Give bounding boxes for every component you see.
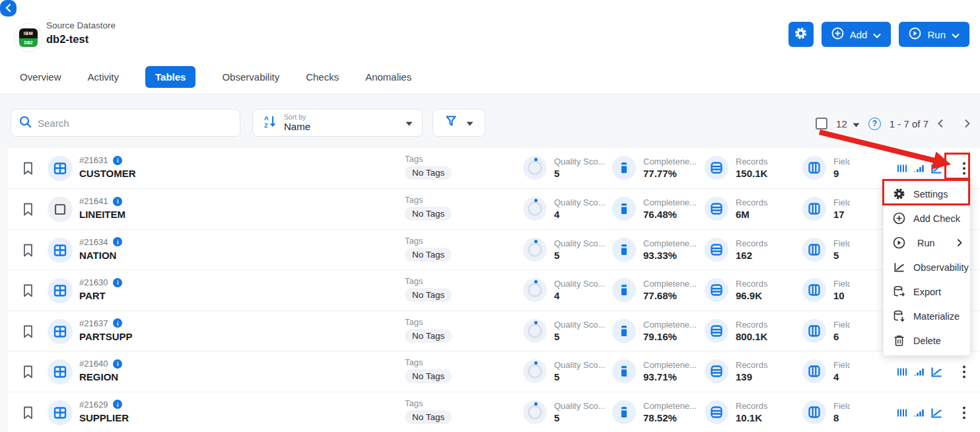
info-icon[interactable]: i — [113, 359, 122, 369]
table-name[interactable]: NATION — [79, 250, 122, 261]
info-icon[interactable]: i — [113, 318, 122, 328]
more-menu-icon[interactable] — [958, 406, 971, 420]
table-row: #21641 i LINEITEM Tags No Tags Quality S… — [8, 188, 980, 229]
info-icon[interactable]: i — [113, 278, 122, 287]
line-chart-icon[interactable] — [930, 406, 943, 420]
records-value: 96.9K — [736, 291, 767, 301]
completeness-value: 79.16% — [643, 332, 697, 342]
caret-down-icon — [466, 117, 473, 129]
info-icon[interactable]: i — [113, 156, 122, 165]
bar-chart-icon[interactable] — [913, 365, 926, 379]
settings-button[interactable] — [788, 22, 814, 47]
menu-item-materialize[interactable]: Materialize — [884, 304, 970, 328]
tab-checks[interactable]: Checks — [306, 71, 339, 83]
records-label: Records — [736, 360, 767, 371]
filter-dropdown[interactable] — [433, 109, 485, 137]
sort-value: Name — [284, 121, 398, 132]
bar-chart-icon[interactable] — [913, 406, 926, 420]
sort-dropdown[interactable]: AZ Sort by Name — [252, 109, 423, 137]
plus-circle-icon — [831, 27, 844, 42]
info-icon[interactable]: i — [113, 400, 122, 409]
bookmark-icon[interactable] — [23, 284, 33, 300]
menu-item-export[interactable]: Export — [884, 279, 970, 304]
bookmark-icon[interactable] — [23, 244, 33, 260]
chevron-down-icon — [873, 29, 881, 40]
menu-item-add-check[interactable]: Add Check — [884, 206, 970, 231]
fields-label: Fields — [833, 157, 850, 167]
add-button[interactable]: Add — [822, 22, 892, 47]
line-chart-icon[interactable] — [930, 365, 943, 379]
svg-text:A: A — [264, 114, 269, 122]
tab-overview[interactable]: Overview — [20, 71, 61, 83]
filter-funnel-icon — [444, 115, 458, 131]
page-size-value: 12 — [836, 118, 847, 129]
tab-anomalies[interactable]: Anomalies — [365, 71, 411, 83]
select-all-checkbox[interactable] — [816, 118, 827, 129]
menu-item-observability[interactable]: Observability — [884, 255, 970, 279]
quality-score-value: 4 — [554, 291, 605, 301]
page-size-dropdown[interactable]: 12 — [836, 118, 860, 129]
info-icon[interactable]: i — [113, 237, 122, 246]
table-id: #21641 — [79, 196, 108, 206]
quality-score-ring — [523, 319, 547, 343]
table-name[interactable]: REGION — [79, 371, 122, 382]
menu-item-delete[interactable]: Delete — [884, 328, 970, 353]
info-icon[interactable]: i — [113, 197, 122, 206]
records-label: Records — [736, 157, 767, 167]
chevron-left-icon — [5, 3, 11, 15]
search-box — [11, 109, 240, 137]
prev-page-button[interactable] — [937, 119, 944, 128]
table-name[interactable]: PART — [79, 290, 122, 301]
table-name[interactable]: LINEITEM — [79, 209, 125, 220]
page-range-label: 1 - 7 of 7 — [890, 118, 928, 129]
sort-az-icon: AZ — [262, 114, 277, 132]
completeness-value: 93.33% — [643, 250, 697, 261]
fields-value: 17 — [833, 209, 850, 220]
quality-score-value: 5 — [554, 168, 605, 179]
next-page-button[interactable] — [964, 119, 971, 128]
tags-label: Tags — [405, 236, 452, 246]
records-icon — [705, 278, 728, 302]
profile-columns-icon[interactable] — [895, 365, 909, 379]
fields-icon — [802, 156, 826, 180]
bar-chart-icon[interactable] — [913, 161, 926, 176]
records-value: 139 — [736, 372, 767, 382]
search-icon — [19, 116, 32, 131]
records-icon — [705, 156, 728, 180]
fields-value: 4 — [833, 372, 850, 382]
bookmark-icon[interactable] — [23, 203, 33, 219]
bookmark-icon[interactable] — [23, 325, 33, 341]
menu-item-settings[interactable]: Settings — [884, 182, 970, 206]
table-id: #21634 — [79, 237, 108, 247]
more-menu-icon[interactable] — [958, 365, 971, 379]
bookmark-icon[interactable] — [23, 365, 33, 381]
table-name[interactable]: CUSTOMER — [79, 168, 136, 179]
tab-observability[interactable]: Observability — [222, 71, 279, 83]
table-type-icon — [48, 400, 73, 425]
quality-score-label: Quality Sco... — [554, 279, 605, 289]
profile-columns-icon[interactable] — [895, 161, 909, 176]
completeness-icon — [612, 197, 636, 221]
records-value: 150.1K — [736, 168, 767, 179]
menu-item-run[interactable]: Run — [884, 231, 970, 255]
help-icon[interactable]: ? — [868, 118, 881, 130]
bookmark-icon[interactable] — [23, 406, 33, 422]
tags-label: Tags — [405, 398, 452, 408]
table-name[interactable]: SUPPLIER — [79, 412, 129, 423]
bookmark-icon[interactable] — [23, 162, 33, 178]
search-input[interactable] — [38, 118, 232, 129]
tab-activity[interactable]: Activity — [88, 71, 120, 83]
table-row: #21637 i PARTSUPP Tags No Tags Quality S… — [8, 310, 980, 351]
tab-tables[interactable]: Tables — [145, 66, 195, 88]
table-id: #21630 — [79, 277, 108, 287]
run-button[interactable]: Run — [899, 22, 969, 47]
plus-circle-icon — [893, 212, 905, 225]
more-menu-icon[interactable] — [958, 161, 971, 176]
back-button[interactable] — [0, 0, 17, 17]
table-name[interactable]: PARTSUPP — [79, 331, 133, 342]
table-type-icon — [48, 359, 73, 384]
completeness-value: 78.52% — [643, 413, 697, 423]
line-chart-icon[interactable] — [930, 161, 943, 176]
quality-score-value: 5 — [554, 372, 605, 382]
profile-columns-icon[interactable] — [895, 406, 909, 420]
